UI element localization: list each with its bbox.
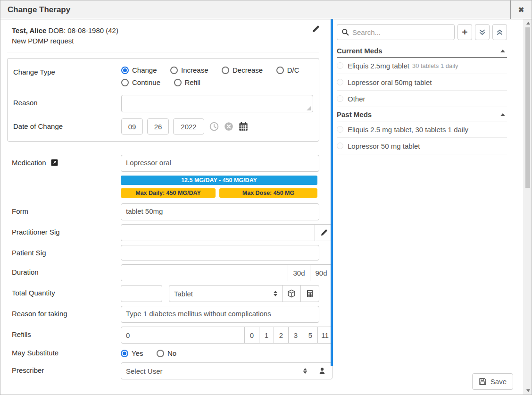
duration-input[interactable] — [121, 264, 288, 281]
med-item-eliquis-current[interactable]: Eliquis 2.5mg tablet 30 tablets 1 daily — [337, 58, 507, 74]
expand-all-button[interactable] — [475, 24, 490, 40]
refills-5-button[interactable]: 5 — [303, 327, 318, 344]
date-of-change-label: Date of Change — [13, 118, 121, 130]
search-icon — [341, 28, 349, 36]
vertical-scrollbar[interactable] — [524, 19, 532, 395]
meds-sidebar: + Current Meds Eliquis 2.5mg ta — [331, 19, 515, 366]
dose-badges-row: 12.5 MG/DAY - 450 MG/DAY Max Daily: 450 … — [7, 176, 332, 198]
select-self-user-button[interactable] — [312, 362, 332, 379]
reason-for-taking-textarea[interactable]: Type 1 diabetes mellitus without complic… — [121, 306, 319, 323]
date-year-input[interactable] — [173, 118, 204, 134]
radio-continue-icon — [121, 79, 129, 86]
total-quantity-input[interactable] — [121, 285, 162, 302]
prescriber-select[interactable]: Select User — [121, 362, 312, 379]
radio-increase-icon — [170, 67, 178, 74]
change-details-box: Change Type Change Increase Decrease D/C… — [7, 58, 319, 142]
select-caret-icon — [303, 368, 307, 374]
form-textarea[interactable]: tablet 50mg — [121, 203, 319, 220]
scroll-up-arrow[interactable] — [524, 19, 532, 27]
add-med-button[interactable]: + — [457, 24, 472, 40]
duration-30d-button[interactable]: 30d — [288, 264, 310, 281]
radio-continue[interactable]: Continue — [121, 76, 160, 89]
collapse-all-button[interactable] — [492, 24, 507, 40]
refills-input[interactable] — [121, 327, 245, 344]
med-item-lopressor-current[interactable]: Lopressor oral 50mg tablet — [337, 74, 507, 91]
external-link-square-icon[interactable] — [51, 159, 58, 166]
edit-sig-button[interactable] — [315, 224, 332, 241]
reason-label: Reason — [13, 95, 121, 107]
radio-refill[interactable]: Refill — [174, 76, 200, 89]
dialog-header: Change Therapy ✖ — [0, 0, 532, 19]
save-button[interactable]: Save — [472, 373, 513, 390]
select-caret-icon — [274, 291, 277, 296]
radio-substitute-no[interactable]: No — [157, 347, 176, 360]
caret-up-icon — [500, 113, 505, 116]
date-month-input[interactable] — [121, 118, 143, 134]
radio-decrease[interactable]: Decrease — [222, 64, 263, 76]
caret-up-icon — [500, 50, 505, 52]
med-radio-icon — [337, 62, 343, 69]
may-substitute-row: May Substitute Yes No — [7, 347, 332, 360]
radio-decrease-icon — [222, 67, 229, 74]
refills-2-button[interactable]: 2 — [274, 327, 289, 344]
radio-refill-icon — [174, 79, 182, 86]
quantity-unit-select[interactable]: Tablet — [169, 285, 283, 302]
section-title: Current Meds — [337, 47, 382, 55]
edit-patient-pencil-icon[interactable] — [312, 25, 319, 33]
duration-90d-button[interactable]: 90d — [310, 264, 332, 281]
section-header-past-meds[interactable]: Past Meds — [337, 107, 507, 121]
med-radio-icon — [337, 143, 343, 149]
dialog-title: Change Therapy — [0, 5, 70, 15]
calendar-icon[interactable] — [239, 122, 248, 131]
section-header-current-meds[interactable]: Current Meds — [337, 43, 507, 58]
clear-date-icon[interactable] — [224, 122, 233, 131]
scroll-down-arrow[interactable] — [524, 387, 532, 395]
dispense-unit-button[interactable] — [282, 285, 301, 302]
med-radio-icon — [337, 95, 343, 102]
med-item-lopressor-past[interactable]: Lopressor 50 mg tablet — [337, 138, 507, 154]
medication-row: Medication Lopressor oral — [7, 155, 332, 172]
caret-down-icon — [526, 389, 530, 392]
radio-substitute-yes[interactable]: Yes — [121, 347, 143, 360]
search-box[interactable] — [337, 24, 455, 40]
close-icon: ✖ — [518, 6, 524, 14]
radio-change[interactable]: Change — [121, 64, 157, 76]
plus-icon: + — [462, 27, 467, 37]
resize-grip[interactable] — [307, 106, 311, 110]
quantity-unit-value: Tablet — [174, 290, 193, 298]
radio-dc[interactable]: D/C — [276, 64, 299, 76]
change-type-row: Change Type Change Increase Decrease D/C… — [13, 64, 313, 89]
total-quantity-row: Total Quantity Tablet — [7, 285, 332, 302]
refills-3-button[interactable]: 3 — [288, 327, 303, 344]
patient-sig-input[interactable] — [121, 245, 319, 261]
reason-textarea[interactable] — [121, 95, 313, 112]
total-quantity-label: Total Quantity — [12, 285, 121, 297]
patient-header: Test, Alice DOB: 08-08-1980 (42) New PDM… — [7, 25, 326, 49]
sidebar-toolbar: + — [337, 24, 515, 40]
date-day-input[interactable] — [147, 118, 169, 134]
radio-no-icon — [157, 350, 164, 357]
duration-row: Duration 30d 90d — [7, 264, 332, 281]
med-item-eliquis-past[interactable]: Eliquis 2.5 mg tablet, 30 tablets 1 dail… — [337, 121, 507, 138]
change-type-label: Change Type — [13, 64, 121, 76]
med-item-other[interactable]: Other — [337, 91, 507, 107]
prescription-form: Test, Alice DOB: 08-08-1980 (42) New PDM… — [0, 19, 331, 366]
refills-1-button[interactable]: 1 — [259, 327, 274, 344]
practitioner-sig-textarea[interactable] — [121, 224, 315, 241]
patient-info: Test, Alice DOB: 08-08-1980 (42) — [12, 25, 118, 36]
new-pdmp-request-link[interactable]: New PDMP request — [12, 36, 118, 46]
close-button[interactable]: ✖ — [510, 0, 532, 19]
refills-row: Refills 0 1 2 3 5 11 — [7, 327, 332, 344]
scrollbar-thumb[interactable] — [525, 27, 530, 188]
calculate-quantity-button[interactable] — [300, 285, 319, 302]
prescriber-value: Select User — [126, 367, 163, 375]
radio-increase[interactable]: Increase — [170, 64, 208, 76]
reason-for-taking-row: Reason for taking Type 1 diabetes mellit… — [7, 306, 332, 323]
refills-0-button[interactable]: 0 — [244, 327, 259, 344]
search-input[interactable] — [352, 28, 450, 36]
radio-yes-icon — [121, 350, 128, 357]
cube-icon — [287, 289, 296, 298]
practitioner-sig-row: Practitioner Sig — [7, 224, 332, 241]
clock-icon[interactable] — [209, 122, 219, 131]
medication-textarea[interactable]: Lopressor oral — [121, 155, 319, 172]
